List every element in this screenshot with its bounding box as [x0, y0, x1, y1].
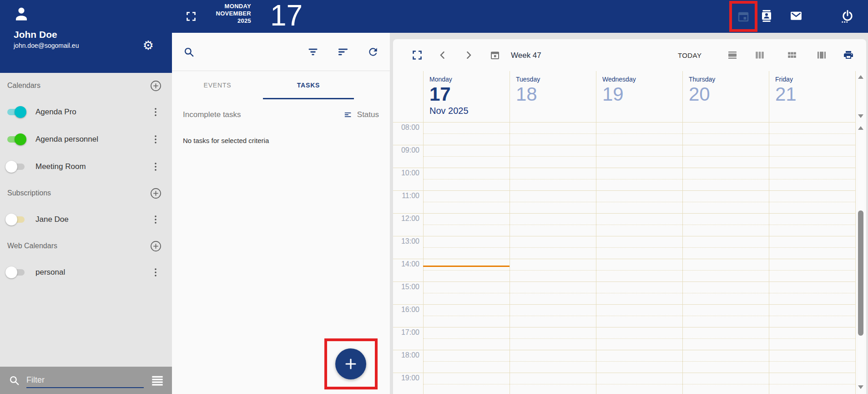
hour-row[interactable]: 15:00	[393, 281, 855, 304]
list-options-menu-icon[interactable]	[151, 374, 164, 387]
calendar-visibility-toggle[interactable]	[6, 216, 25, 223]
header-scrollbar[interactable]	[858, 73, 864, 120]
hour-row[interactable]: 12:00	[393, 213, 855, 236]
list-item: Meeting Room	[0, 153, 172, 180]
tab-tasks[interactable]: TASKS	[263, 71, 354, 99]
calendar-visibility-toggle[interactable]	[6, 163, 25, 170]
calendar-panel: Week 47 TODAY Monday 17 Nov 2025 Tuesday…	[393, 39, 866, 394]
hour-row[interactable]: 08:00	[393, 122, 855, 145]
day-header-friday[interactable]: Friday 21	[769, 71, 855, 122]
list-item: personal	[0, 259, 172, 286]
tasks-toolbar	[172, 33, 390, 71]
week-view-icon[interactable]	[754, 50, 765, 61]
scrollbar-thumb[interactable]	[858, 210, 863, 336]
sort-icon[interactable]	[337, 46, 349, 58]
multicolumn-view-icon[interactable]	[816, 50, 827, 61]
hour-row[interactable]: 19:00	[393, 373, 855, 394]
list-item: Jane Doe	[0, 206, 172, 233]
fullscreen-icon[interactable]	[186, 11, 197, 22]
kebab-menu-icon[interactable]	[150, 214, 161, 225]
calendar-name: Meeting Room	[35, 162, 150, 171]
scroll-down-icon[interactable]	[858, 385, 863, 389]
kebab-menu-icon[interactable]	[150, 161, 161, 172]
current-date-block: MONDAY NOVEMBER 2025	[209, 3, 251, 25]
expand-view-icon[interactable]	[412, 50, 423, 61]
hour-row[interactable]: 10:00	[393, 168, 855, 190]
plus-icon	[343, 357, 358, 371]
list-item: Agenda personnel	[0, 126, 172, 153]
section-calendars: Calendars	[0, 73, 172, 98]
empty-state-message: No tasks for selected criteria	[183, 137, 379, 144]
section-web-calendars: Web Calendars	[0, 233, 172, 259]
date-picker-icon[interactable]	[490, 50, 500, 61]
search-icon	[8, 374, 20, 386]
calendar-visibility-toggle[interactable]	[6, 108, 25, 116]
kebab-menu-icon[interactable]	[150, 134, 161, 145]
sort-by-control[interactable]: Status	[343, 110, 379, 120]
calendar-name: Agenda Pro	[35, 107, 150, 117]
user-name: John Doe	[14, 29, 57, 40]
tasks-tabs: EVENTS TASKS	[172, 71, 390, 99]
sidebar-filter-bar	[0, 367, 172, 394]
previous-week-icon[interactable]	[437, 50, 448, 61]
user-avatar-icon	[14, 5, 29, 24]
kebab-menu-icon[interactable]	[150, 107, 161, 118]
settings-gear-icon[interactable]: ⚙	[143, 39, 154, 51]
day-header-wednesday[interactable]: Wednesday 19	[596, 71, 682, 122]
tasks-panel: EVENTS TASKS Incomplete tasks Status No …	[172, 33, 390, 394]
list-item: Agenda Pro	[0, 98, 172, 126]
add-subscription-icon[interactable]	[150, 187, 162, 200]
kebab-menu-icon[interactable]	[150, 267, 161, 278]
day-view-icon[interactable]	[727, 50, 738, 61]
today-button[interactable]: TODAY	[678, 51, 701, 59]
section-subscriptions: Subscriptions	[0, 180, 172, 206]
print-icon[interactable]	[843, 50, 854, 61]
date-day-number: 17	[270, 0, 303, 33]
day-header-tuesday[interactable]: Tuesday 18	[510, 71, 596, 122]
add-calendar-icon[interactable]	[150, 80, 162, 92]
logout-power-icon[interactable]	[841, 9, 854, 23]
sort-by-label: Status	[357, 110, 379, 119]
hour-row[interactable]: 14:00	[393, 259, 855, 281]
calendar-visibility-toggle[interactable]	[6, 136, 25, 143]
day-header-monday[interactable]: Monday 17 Nov 2025	[423, 71, 510, 122]
day-header-thursday[interactable]: Thursday 20	[682, 71, 769, 122]
month-view-icon[interactable]	[787, 50, 797, 61]
week-time-grid[interactable]: 08:00 09:00 10:00 11:00 12:00 13:00 14:0…	[393, 122, 866, 394]
hour-row[interactable]: 11:00	[393, 190, 855, 213]
section-label: Calendars	[7, 82, 150, 90]
filter-input[interactable]	[26, 373, 144, 388]
hour-row[interactable]: 13:00	[393, 236, 855, 259]
scroll-up-icon[interactable]	[858, 75, 863, 79]
create-new-fab-button[interactable]	[335, 348, 366, 379]
hour-row[interactable]: 18:00	[393, 350, 855, 373]
next-week-icon[interactable]	[463, 50, 474, 61]
tasks-filter-label[interactable]: Incomplete tasks	[183, 110, 343, 119]
calendar-toolbar: Week 47 TODAY	[393, 39, 866, 71]
week-label: Week 47	[511, 51, 541, 60]
hour-row[interactable]: 09:00	[393, 145, 855, 168]
scroll-up-icon[interactable]	[858, 126, 863, 130]
week-day-headers: Monday 17 Nov 2025 Tuesday 18 Wednesday …	[393, 71, 866, 122]
search-icon[interactable]	[183, 46, 195, 58]
grid-scrollbar[interactable]	[858, 122, 864, 394]
calendar-visibility-toggle[interactable]	[6, 269, 25, 276]
hour-row[interactable]: 17:00	[393, 327, 855, 350]
sort-status-icon	[343, 110, 353, 120]
hour-row[interactable]: 16:00	[393, 304, 855, 327]
filter-icon[interactable]	[307, 46, 319, 58]
contacts-module-icon[interactable]	[760, 9, 773, 23]
date-month: NOVEMBER	[209, 10, 251, 17]
date-year: 2025	[209, 17, 251, 25]
refresh-icon[interactable]	[367, 46, 379, 58]
scroll-down-icon[interactable]	[858, 114, 863, 118]
add-web-calendar-icon[interactable]	[150, 240, 162, 252]
calendar-name: Agenda personnel	[35, 135, 150, 144]
sidebar-user-header: John Doe john.doe@sogomail.eu ⚙	[0, 0, 172, 73]
tasks-list-header: Incomplete tasks Status	[172, 99, 390, 130]
date-weekday: MONDAY	[209, 3, 251, 10]
calendar-name: personal	[35, 268, 150, 277]
calendar-module-icon[interactable]	[737, 10, 750, 23]
tab-events[interactable]: EVENTS	[172, 71, 263, 99]
mail-module-icon[interactable]	[789, 9, 803, 23]
